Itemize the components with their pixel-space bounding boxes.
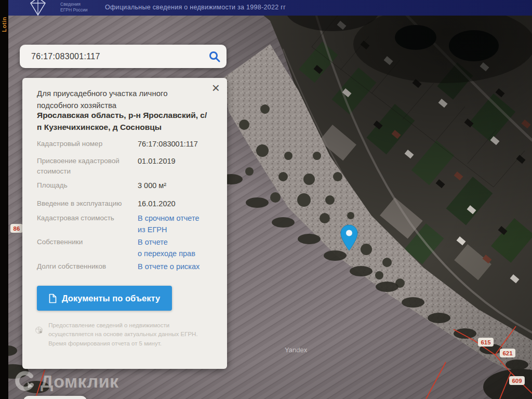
screenshot-root: 615 621 609 86 Yandex Домклик Сведения (0, 0, 532, 399)
service-brand-line2: ЕГРН России (60, 7, 87, 13)
site-watermark-label: Домклик (41, 371, 119, 392)
cadastral-search: 76:17:083001:117 (20, 45, 227, 68)
header-tagline: Официальные сведения о недвижимости за 1… (105, 4, 286, 11)
bezel-sticker-label: Lotin (1, 17, 7, 32)
report-link[interactable]: В отчете о рисках (138, 261, 223, 273)
row-label: Долги собственников (37, 261, 129, 272)
report-link[interactable]: В отчете о переходе прав (138, 237, 223, 260)
search-button[interactable] (203, 45, 227, 68)
row-value: 01.01.2019 (138, 156, 223, 167)
row-label: Кадастровый номер (37, 139, 129, 149)
disclaimer-text: Предоставление сведений о недвижимости о… (48, 320, 212, 348)
map-pin-icon[interactable] (340, 224, 358, 251)
row-label: Присвоение кадастровой стоимости (37, 156, 129, 176)
next-card-edge[interactable] (23, 396, 87, 399)
service-brand-line1: Сведения (60, 2, 87, 7)
monitor-bezel: Lotin (0, 0, 8, 399)
service-brand: Сведения ЕГРН России (60, 2, 87, 14)
egrn-shield-icon (29, 0, 47, 16)
bezel-sticker: Lotin (0, 4, 9, 45)
parcel-label-621: 621 (502, 350, 513, 356)
documents-button-label: Документы по объекту (62, 294, 160, 303)
object-usage-subtitle: Для приусадебного участка личного подсоб… (37, 87, 201, 112)
search-input[interactable]: 76:17:083001:117 (20, 52, 203, 61)
row-label: Площадь (37, 180, 129, 191)
close-icon[interactable]: × (210, 79, 222, 97)
search-icon (209, 51, 220, 62)
parcel-label-609: 609 (512, 378, 522, 384)
document-icon (49, 294, 57, 303)
parcel-label-86: 86 (14, 225, 20, 232)
disclaimer: Предоставление сведений о недвижимости о… (35, 320, 212, 348)
row-label: Собственники (37, 237, 129, 247)
site-watermark: Домклик (14, 370, 119, 393)
egrn-registry-icon (35, 320, 43, 341)
report-link[interactable]: В срочном отчете из ЕГРН (138, 213, 223, 236)
domclick-logo-icon (14, 370, 36, 393)
row-label: Введение в эксплуатацию (37, 198, 129, 209)
documents-button[interactable]: Документы по объекту (37, 286, 172, 311)
object-info-panel: × Для приусадебного участка личного подс… (22, 78, 227, 369)
object-address: Ярославская область, р-н Ярославский, с/… (37, 109, 208, 134)
parcel-label-615: 615 (481, 339, 491, 345)
row-value: 3 000 м² (138, 180, 223, 192)
map-provider-watermark: Yandex (285, 346, 308, 354)
row-label: Кадастровая стоимость (37, 213, 129, 223)
row-value: 16.01.2020 (138, 198, 223, 210)
row-value: 76:17:083001:117 (138, 139, 223, 150)
top-header: Сведения ЕГРН России Официальные сведени… (8, 0, 532, 16)
